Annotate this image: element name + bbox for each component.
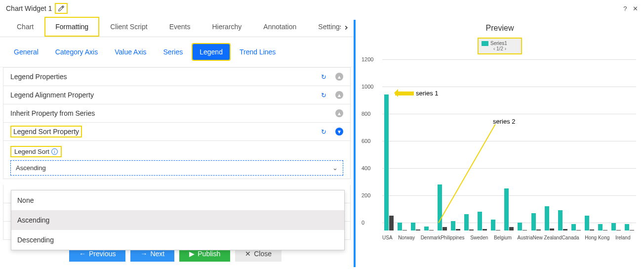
option-ascending[interactable]: Ascending xyxy=(11,210,344,230)
section-inherit[interactable]: Inherit Property from Series ▲ xyxy=(3,104,351,123)
subtab-general[interactable]: General xyxy=(7,44,45,60)
tab-client-script[interactable]: Client Script xyxy=(99,17,158,37)
tab-hierarchy[interactable]: Hierarchy xyxy=(201,17,252,37)
bar-series1[interactable] xyxy=(411,223,415,231)
x-tick-label: USA xyxy=(382,235,393,240)
bar-group xyxy=(502,188,516,230)
bar-series1[interactable] xyxy=(438,184,442,231)
x-tick-label xyxy=(630,235,636,240)
bar-series2[interactable] xyxy=(496,230,500,231)
section-label: Inherit Property from Series xyxy=(10,109,335,117)
bar-series2[interactable] xyxy=(429,230,434,230)
chevron-up-icon[interactable]: ▲ xyxy=(335,91,343,99)
bar-series2[interactable] xyxy=(483,229,487,230)
chevron-up-icon[interactable]: ▲ xyxy=(335,109,343,117)
x-tick-label: Philippines xyxy=(441,235,464,240)
refresh-icon[interactable]: ↻ xyxy=(321,128,326,136)
tab-settings[interactable]: Settings xyxy=(307,17,345,37)
edit-title-icon[interactable] xyxy=(55,3,68,14)
subtab-value-axis[interactable]: Value Axis xyxy=(108,44,153,60)
bar-series1[interactable] xyxy=(571,224,576,231)
bar-series2[interactable] xyxy=(443,227,447,230)
legend-sort-select[interactable]: Ascending ⌄ xyxy=(10,160,343,176)
bar-series2[interactable] xyxy=(630,230,634,230)
bar-series2[interactable] xyxy=(576,230,581,230)
bar-series2[interactable] xyxy=(456,229,460,230)
section-legend-sort[interactable]: Legend Sort Property ↻ ▼ xyxy=(3,123,351,141)
bar-group xyxy=(422,227,436,230)
header-actions: ? ✕ xyxy=(619,5,638,12)
bar-series1[interactable] xyxy=(464,214,469,230)
section-legend-alignment[interactable]: Legend Alignment Property ↻ ▲ xyxy=(3,86,351,104)
bar-series1[interactable] xyxy=(558,210,563,230)
legend-pager[interactable]: ‹ 1/2 › xyxy=(482,46,518,51)
chevron-down-icon[interactable]: ▼ xyxy=(335,128,343,136)
bar-series2[interactable] xyxy=(550,229,554,230)
bar-group xyxy=(529,213,543,231)
bar-series1[interactable] xyxy=(598,224,603,231)
bar-group xyxy=(569,224,583,231)
bar-series1[interactable] xyxy=(518,223,522,231)
bar-series2[interactable] xyxy=(389,216,394,230)
bar-series2[interactable] xyxy=(402,230,407,230)
option-descending[interactable]: Descending xyxy=(11,230,344,250)
bar-series1[interactable] xyxy=(531,213,536,231)
bar-group xyxy=(623,224,636,231)
tab-events[interactable]: Events xyxy=(159,17,201,37)
legend-sort-body: Legend Sort i Ascending ⌄ xyxy=(3,141,351,179)
bar-series2[interactable] xyxy=(563,229,567,230)
x-tick-label xyxy=(393,235,399,240)
bar-group xyxy=(409,223,422,231)
bar-series1[interactable] xyxy=(611,223,616,230)
subtab-series[interactable]: Series xyxy=(157,44,190,60)
bar-series2[interactable] xyxy=(603,230,607,230)
tab-chart[interactable]: Chart xyxy=(6,17,44,37)
bar-series2[interactable] xyxy=(509,227,514,230)
x-tick-label xyxy=(609,235,615,240)
bar-series1[interactable] xyxy=(585,216,589,230)
chevron-up-icon[interactable]: ▲ xyxy=(335,73,343,81)
bar-series1[interactable] xyxy=(625,224,629,231)
bar-series1[interactable] xyxy=(545,206,549,231)
bar-group xyxy=(516,223,529,231)
x-tick-label xyxy=(512,235,518,240)
bar-series1[interactable] xyxy=(451,221,455,230)
chart-legend[interactable]: Series1 ‹ 1/2 › xyxy=(478,38,522,54)
legend-sort-label: Legend Sort i xyxy=(10,146,62,157)
tab-annotation[interactable]: Annotation xyxy=(252,17,307,37)
info-icon[interactable]: i xyxy=(51,148,58,155)
section-label: Legend Sort Property xyxy=(10,128,321,136)
legend-swatch-icon xyxy=(482,41,488,46)
help-icon[interactable]: ? xyxy=(623,5,627,12)
bar-group xyxy=(382,94,396,230)
bar-series1[interactable] xyxy=(424,227,429,230)
tab-formatting[interactable]: Formatting xyxy=(44,17,99,37)
chart: USANorwayDenmarkPhilippinesSwedenBelgium… xyxy=(362,59,638,247)
tabs-scroll-right-icon[interactable] xyxy=(341,21,352,35)
refresh-icon[interactable]: ↻ xyxy=(321,73,326,81)
bar-series1[interactable] xyxy=(384,94,389,230)
section-legend-properties[interactable]: Legend Properties ↻ ▲ xyxy=(3,67,351,86)
subtab-trend-lines[interactable]: Trend Lines xyxy=(233,44,282,60)
y-tick-label: 800 xyxy=(362,111,370,117)
bar-series1[interactable] xyxy=(491,220,495,230)
bar-series2[interactable] xyxy=(523,230,527,231)
subtab-legend[interactable]: Legend xyxy=(193,44,230,60)
bar-series2[interactable] xyxy=(416,229,420,231)
option-none[interactable]: None xyxy=(11,190,344,210)
bar-series2[interactable] xyxy=(469,229,474,231)
refresh-icon[interactable]: ↻ xyxy=(321,92,326,99)
close-icon[interactable]: ✕ xyxy=(633,5,638,12)
bar-series1[interactable] xyxy=(478,212,482,231)
x-tick-label xyxy=(415,235,421,240)
bar-series2[interactable] xyxy=(536,229,541,231)
bar-series1[interactable] xyxy=(398,223,402,231)
bar-series2[interactable] xyxy=(616,230,621,231)
bar-series1[interactable] xyxy=(504,188,509,230)
y-tick-label: 200 xyxy=(362,192,370,198)
subtab-category-axis[interactable]: Category Axis xyxy=(48,44,105,60)
y-tick-label: 1000 xyxy=(362,84,373,90)
bar-series2[interactable] xyxy=(590,229,594,231)
bar-group xyxy=(462,214,476,230)
annotation-series1: series 1 xyxy=(391,89,439,97)
